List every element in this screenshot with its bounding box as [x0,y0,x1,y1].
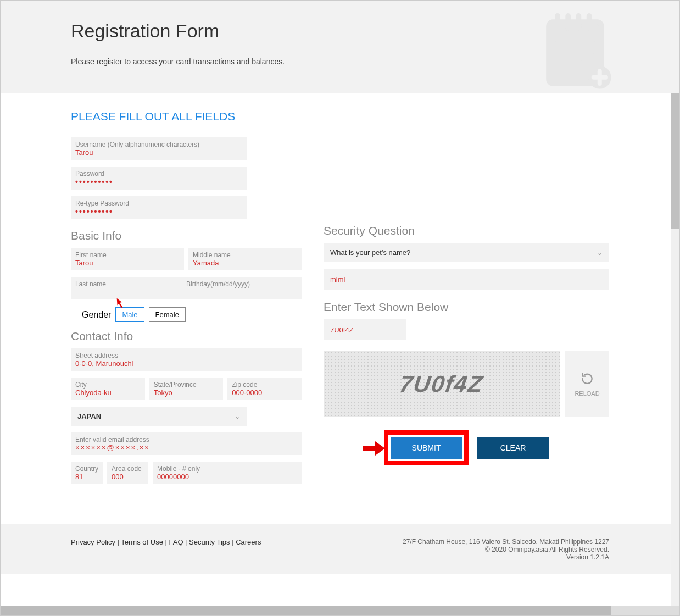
zip-value: 000-0000 [232,389,297,397]
area-code-label: Area code [112,465,144,473]
mobile-field[interactable]: Mobile - # only 00000000 [153,462,302,484]
email-field[interactable]: Enter valid email address ××××××@××××.×× [71,432,302,455]
footer-privacy-link[interactable]: Privacy Policy [71,538,115,546]
state-field[interactable]: State/Province Tokyo [149,378,224,400]
security-answer-input[interactable]: mimi [324,269,609,290]
phone-country-value: 81 [75,473,98,481]
country-select[interactable]: JAPAN ⌄ [71,407,247,426]
captcha-heading: Enter Text Shown Below [324,301,609,314]
reload-captcha-button[interactable]: RELOAD [565,351,609,417]
section-title: PLEASE FILL OUT ALL FIELDS [71,110,609,126]
mobile-label: Mobile - # only [157,465,297,473]
security-question-select[interactable]: What is your pet's name? ⌄ [324,243,609,262]
phone-country-label: Country [75,465,98,473]
zip-field[interactable]: Zip code 000-0000 [227,378,302,400]
retype-password-field[interactable]: Re-type Password •••••••••• [71,196,247,219]
submit-button[interactable]: SUBMIT [391,437,462,459]
footer-address: 27/F Chatham House, 116 Valero St. Salce… [403,538,609,546]
captcha-input-value: 7U0f4Z [330,326,354,334]
middle-name-value: Yamada [193,259,297,267]
username-value: Tarou [75,148,242,157]
country-selected: JAPAN [77,412,101,420]
username-field[interactable]: Username (Only alphanumeric characters) … [71,137,247,160]
footer-copyright: © 2020 Omnipay.asia All Rights Reserved. [403,546,609,553]
email-label: Enter valid email address [75,436,297,443]
first-name-label: First name [75,251,180,259]
submit-highlight-box: SUBMIT [384,430,469,465]
password-label: Password [75,170,242,177]
phone-country-field[interactable]: Country 81 [71,462,103,484]
page-title: Registration Form [71,20,609,42]
password-field[interactable]: Password •••••••••• [71,167,247,190]
state-value: Tokyo [154,389,219,397]
contact-info-heading: Contact Info [71,330,302,343]
red-arrow-gender-icon [115,296,127,310]
area-code-value: 000 [112,473,144,481]
footer-terms-link[interactable]: Terms of Use [121,538,163,546]
captcha-input[interactable]: 7U0f4Z [324,319,406,340]
email-value: ××××××@××××.×× [75,443,297,452]
lastname-birthday-field[interactable]: Last name Birthday(mm/dd/yyyy) [71,277,302,299]
area-code-field[interactable]: Area code 000 [107,462,148,484]
street-field[interactable]: Street address 0-0-0, Marunouchi [71,348,302,371]
reload-label: RELOAD [575,390,599,397]
security-answer-value: mimi [330,275,345,284]
horizontal-scrollbar-thumb[interactable] [1,606,611,615]
footer-careers-link[interactable]: Careers [236,538,261,546]
state-label: State/Province [154,381,219,389]
retype-label: Re-type Password [75,199,242,207]
security-question-heading: Security Question [324,224,609,237]
footer-version: Version 1.2.1A [403,553,609,561]
city-field[interactable]: City Chiyoda-ku [71,378,145,400]
horizontal-scrollbar-track[interactable] [1,606,679,615]
middle-name-label: Middle name [193,251,297,259]
reload-icon [580,371,594,386]
zip-label: Zip code [232,381,297,389]
footer-security-link[interactable]: Security Tips [189,538,230,546]
username-label: Username (Only alphanumeric characters) [75,141,242,148]
gender-female-button[interactable]: Female [149,307,186,322]
header-band: Registration Form Please register to acc… [1,1,679,93]
city-value: Chiyoda-ku [75,389,141,397]
chevron-down-icon: ⌄ [597,249,603,257]
captcha-image-text: 7U0f4Z [398,371,486,397]
gender-label: Gender [82,310,111,320]
first-name-value: Tarou [75,259,180,267]
security-question-text: What is your pet's name? [330,248,410,257]
footer: Privacy Policy | Terms of Use | FAQ | Se… [1,524,679,574]
footer-faq-link[interactable]: FAQ [169,538,183,546]
password-value: •••••••••• [75,177,242,186]
birthday-label: Birthday(mm/dd/yyyy) [186,280,297,288]
clear-button[interactable]: CLEAR [477,437,549,459]
street-label: Street address [75,352,297,359]
mobile-value: 00000000 [157,473,297,481]
retype-value: •••••••••• [75,207,242,216]
chevron-down-icon: ⌄ [235,413,240,420]
footer-links: Privacy Policy | Terms of Use | FAQ | Se… [71,538,261,546]
last-name-label: Last name [75,280,186,288]
first-name-field[interactable]: First name Tarou [71,248,184,270]
middle-name-field[interactable]: Middle name Yamada [188,248,302,270]
red-arrow-submit-icon [362,440,386,459]
captcha-image: 7U0f4Z [324,351,560,417]
basic-info-heading: Basic Info [71,229,302,242]
notepad-icon [531,9,619,93]
street-value: 0-0-0, Marunouchi [75,359,297,368]
page-subtitle: Please register to access your card tran… [71,57,609,66]
city-label: City [75,381,141,389]
